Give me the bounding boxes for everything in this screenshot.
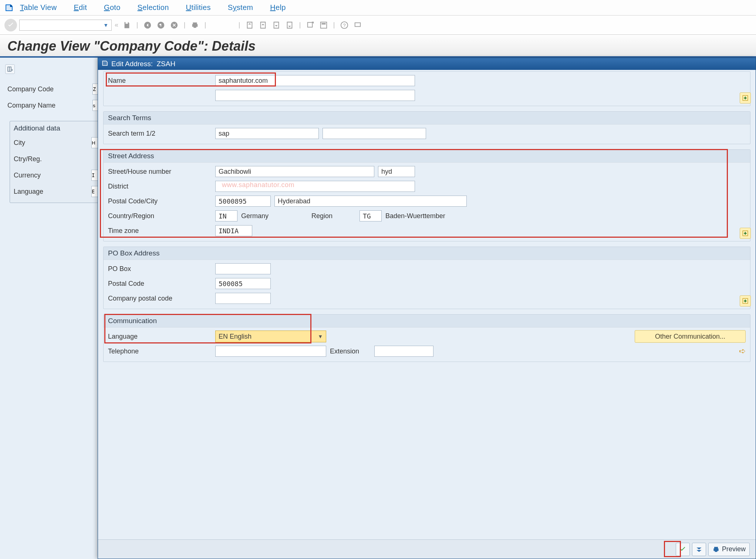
save-button[interactable] — [121, 20, 132, 31]
exit-button[interactable] — [155, 20, 166, 31]
name-label: Name — [108, 77, 212, 85]
postal-city-label: Postal Code/City — [108, 197, 212, 205]
other-communication-button[interactable]: Other Communication... — [635, 330, 746, 343]
menu-bar: Table View Edit Goto Selection Utilities… — [0, 0, 756, 16]
svg-rect-3 — [308, 22, 313, 27]
street-address-head: Street Address — [104, 150, 750, 163]
expand-all-button[interactable] — [692, 543, 706, 556]
search-terms-head: Search Terms — [104, 112, 750, 125]
svg-rect-4 — [321, 22, 327, 28]
next-page-button[interactable] — [271, 20, 282, 31]
search-terms-section: Search Terms Search term 1/2 — [103, 111, 750, 144]
preview-button[interactable]: Preview — [708, 543, 750, 556]
name-input[interactable] — [215, 75, 415, 86]
dropdown-arrow-icon: ▼ — [103, 22, 108, 28]
new-session-button[interactable] — [305, 20, 316, 31]
postal-code-input[interactable] — [215, 196, 271, 207]
command-field[interactable]: ▼ — [19, 20, 112, 31]
country-label: Country/Region — [108, 212, 212, 220]
pobox-input[interactable] — [215, 263, 271, 274]
comm-language-value: EN English — [219, 333, 252, 341]
street-label: Street/House number — [108, 168, 212, 176]
layout-button[interactable] — [318, 20, 329, 31]
prev-page-button[interactable] — [257, 20, 269, 31]
pobox-postal-label: Postal Code — [108, 280, 212, 288]
edit-address-dialog: Edit Address: ZSAH Name — [98, 58, 756, 559]
search-term2-input[interactable] — [323, 128, 426, 139]
timezone-label: Time zone — [108, 227, 212, 235]
company-postal-input[interactable] — [215, 293, 271, 304]
extension-label: Extension — [330, 348, 371, 355]
confirm-button[interactable] — [676, 543, 690, 556]
name2-input[interactable] — [215, 90, 415, 101]
search-term-label: Search term 1/2 — [108, 130, 212, 138]
new-entries-icon[interactable] — [5, 64, 15, 74]
region-input[interactable] — [360, 210, 382, 221]
last-page-button[interactable] — [284, 20, 295, 31]
search-term1-input[interactable] — [215, 128, 319, 139]
dialog-icon — [102, 60, 108, 68]
dropdown-arrow-icon: ▼ — [318, 333, 323, 339]
pobox-postal-input[interactable] — [215, 278, 271, 289]
pobox-label: PO Box — [108, 265, 212, 273]
svg-rect-8 — [355, 23, 361, 26]
page-title-area: Change View "Company Code": Details — [0, 35, 756, 58]
dialog-title-bar: Edit Address: ZSAH — [98, 58, 756, 70]
dialog-title-text: Edit Address: ZSAH — [111, 60, 175, 68]
menu-selection[interactable]: Selection — [138, 3, 169, 12]
print-button[interactable] — [189, 20, 200, 31]
gui-settings-button[interactable] — [352, 20, 363, 31]
find-button[interactable] — [210, 20, 221, 31]
street-input[interactable] — [215, 166, 374, 177]
company-code-label: Company Code — [7, 85, 92, 93]
extension-input[interactable] — [374, 346, 433, 357]
pobox-section-expand-icon[interactable] — [740, 295, 751, 306]
comm-language-combo[interactable]: EN English ▼ — [215, 331, 326, 342]
name-section-expand-icon[interactable] — [740, 92, 751, 104]
app-menu-icon[interactable] — [4, 3, 14, 13]
preview-label: Preview — [722, 545, 746, 553]
communication-section: Communication Language EN English ▼ Othe… — [103, 314, 750, 362]
country-text: Germany — [241, 212, 308, 220]
menu-goto[interactable]: Goto — [104, 3, 121, 12]
city-input[interactable] — [274, 196, 467, 207]
company-name-label: Company Name — [7, 102, 92, 109]
menu-table-view[interactable]: Table View — [20, 3, 57, 12]
district-input[interactable] — [215, 181, 415, 192]
dialog-footer: Preview — [98, 539, 756, 559]
language-label: Language — [14, 188, 91, 196]
body-area: Company Code Company Name Additional dat… — [0, 58, 756, 559]
enter-button[interactable] — [4, 19, 17, 31]
menu-utilities[interactable]: Utilities — [186, 3, 211, 12]
toolbar-separator: « — [114, 21, 119, 29]
name-section: Name — [103, 71, 750, 106]
first-page-button[interactable] — [244, 20, 255, 31]
communication-head: Communication — [104, 315, 750, 328]
house-number-input[interactable] — [378, 166, 415, 177]
telephone-label: Telephone — [108, 348, 212, 355]
ctryreg-label: Ctry/Reg. — [14, 155, 91, 163]
country-input[interactable] — [215, 210, 237, 221]
cancel-button[interactable] — [169, 20, 180, 31]
svg-rect-5 — [322, 23, 326, 24]
pobox-section: PO Box Address PO Box Postal Code Compan… — [103, 247, 750, 309]
comm-language-label: Language — [108, 333, 212, 341]
help-button[interactable]: ? — [339, 20, 350, 31]
svg-text:?: ? — [343, 22, 345, 28]
company-postal-label: Company postal code — [108, 295, 212, 302]
page-title: Change View "Company Code": Details — [7, 38, 749, 54]
street-section-expand-icon[interactable] — [740, 228, 751, 239]
back-button[interactable] — [142, 20, 153, 31]
goto-arrow-icon[interactable]: ➪ — [739, 346, 746, 356]
region-text: Baden-Wuerttember — [385, 212, 445, 220]
menu-help[interactable]: Help — [270, 3, 286, 12]
pobox-head: PO Box Address — [104, 247, 750, 260]
timezone-input[interactable] — [215, 225, 252, 236]
menu-system[interactable]: System — [228, 3, 253, 12]
find-next-button[interactable] — [223, 20, 234, 31]
telephone-input[interactable] — [215, 346, 326, 357]
street-address-section: Street Address Street/House number Distr… — [103, 149, 750, 241]
standard-toolbar: ▼ « | | | | | | ? — [0, 16, 756, 35]
city-label: City — [14, 139, 91, 147]
menu-edit[interactable]: Edit — [74, 3, 87, 12]
